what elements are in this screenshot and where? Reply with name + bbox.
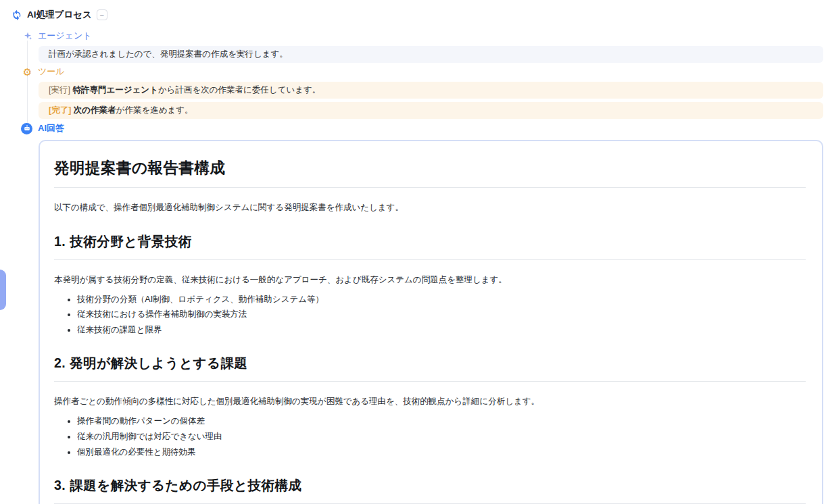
status-exec-tag: [実行] bbox=[49, 85, 72, 95]
step-agent: エージェント bbox=[22, 30, 92, 42]
section-1-description: 本発明が属する技術分野の定義、従来技術における一般的なアプローチ、および既存シス… bbox=[54, 274, 806, 286]
agent-message-text: 計画が承認されましたので、発明提案書の作成を実行します。 bbox=[49, 49, 288, 60]
list-item: 従来技術における操作者補助制御の実装方法 bbox=[77, 309, 806, 320]
timeline-connector bbox=[27, 41, 28, 126]
robot-icon bbox=[21, 123, 32, 134]
status-done-tag: [完了] bbox=[49, 105, 74, 115]
document-title: 発明提案書の報告書構成 bbox=[54, 157, 806, 178]
collapse-button[interactable]: − bbox=[97, 9, 107, 20]
step-ai-answer: AI回答 bbox=[21, 122, 64, 134]
tool-message: [完了] 次の作業者が作業を進めます。 bbox=[39, 102, 823, 119]
divider bbox=[54, 187, 806, 188]
process-title: AI処理プロセス bbox=[27, 9, 92, 21]
tool-message-bold: 次の作業者 bbox=[74, 105, 116, 115]
list-item: 技術分野の分類（AI制御、ロボティクス、動作補助システム等） bbox=[77, 294, 806, 305]
process-header: AI処理プロセス − bbox=[11, 9, 107, 21]
document-intro: 以下の構成で、操作者個別最適化補助制御システムに関する発明提案書を作成いたします… bbox=[54, 201, 806, 214]
step-tool: ⚙ ツール bbox=[22, 66, 65, 78]
list-item: 操作者間の動作パターンの個体差 bbox=[77, 415, 806, 427]
list-item: 従来技術の課題と限界 bbox=[77, 324, 806, 336]
ai-answer-card: 発明提案書の報告書構成 以下の構成で、操作者個別最適化補助制御システムに関する発… bbox=[39, 140, 823, 504]
tool-message-rest: が作業を進めます。 bbox=[116, 105, 193, 115]
section-2-bullet-list: 操作者間の動作パターンの個体差 従来の汎用制御では対応できない理由 個別最適化の… bbox=[54, 415, 806, 458]
divider bbox=[54, 503, 806, 504]
step-ai-answer-label: AI回答 bbox=[38, 122, 64, 134]
section-1-heading: 1. 技術分野と背景技術 bbox=[54, 232, 806, 251]
section-3-heading: 3. 課題を解決するための手段と技術構成 bbox=[54, 476, 806, 495]
gear-icon: ⚙ bbox=[22, 67, 32, 77]
tool-message-bold: 特許専門エージェント bbox=[72, 85, 157, 95]
step-agent-label: エージェント bbox=[38, 30, 92, 42]
sync-icon bbox=[11, 9, 22, 20]
step-tool-label: ツール bbox=[38, 66, 65, 78]
list-item: 個別最適化の必要性と期待効果 bbox=[77, 447, 806, 458]
tool-message: [実行] 特許専門エージェントから計画を次の作業者に委任しています。 bbox=[39, 82, 823, 99]
list-item: 従来の汎用制御では対応できない理由 bbox=[77, 431, 806, 443]
sparkles-icon bbox=[22, 31, 32, 41]
section-2-description: 操作者ごとの動作傾向の多様性に対応した個別最適化補助制御の実現が困難である理由を… bbox=[54, 395, 806, 408]
divider bbox=[54, 381, 806, 382]
divider bbox=[54, 259, 806, 260]
section-1-bullet-list: 技術分野の分類（AI制御、ロボティクス、動作補助システム等） 従来技術における操… bbox=[54, 294, 806, 336]
drawer-handle[interactable] bbox=[0, 270, 6, 310]
agent-message: 計画が承認されましたので、発明提案書の作成を実行します。 bbox=[39, 46, 823, 63]
section-2-heading: 2. 発明が解決しようとする課題 bbox=[54, 354, 806, 372]
tool-message-rest: から計画を次の作業者に委任しています。 bbox=[158, 85, 320, 95]
